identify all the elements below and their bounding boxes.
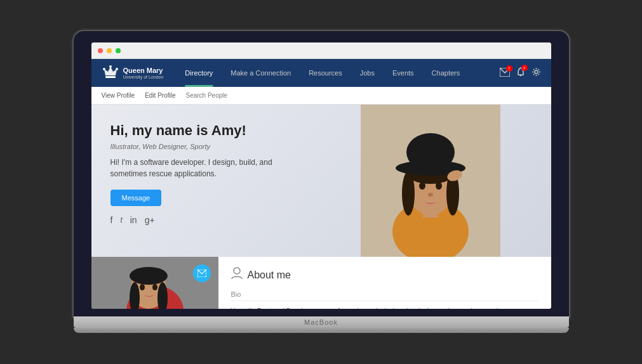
maximize-dot[interactable]	[116, 48, 121, 53]
svg-point-2	[103, 68, 105, 70]
hero-content: Hi, my name is Amy! Illustrator, Web Des…	[91, 105, 307, 243]
profile-card: Amy Doe Illustrator, Web Designer, Sport…	[91, 257, 218, 309]
logo-name: Queen Mary	[123, 67, 164, 75]
svg-rect-1	[105, 76, 116, 78]
edit-profile-link[interactable]: Edit Profile	[145, 91, 175, 100]
svg-point-16	[406, 133, 455, 171]
hero-photo	[361, 105, 500, 257]
minimize-dot[interactable]	[107, 48, 112, 53]
hero-description: Hi! I'm a software developer. I design, …	[110, 157, 288, 179]
googleplus-icon[interactable]: g+	[145, 215, 155, 225]
svg-point-7	[535, 70, 538, 74]
svg-rect-6	[519, 75, 521, 76]
logo-subtitle: University of London	[123, 75, 164, 79]
svg-point-18	[436, 182, 442, 190]
search-input[interactable]	[185, 92, 236, 99]
nav-events[interactable]: Events	[384, 59, 423, 87]
svg-point-17	[419, 182, 425, 190]
hero-subtitle: Illustrator, Web Designer, Sporty	[110, 143, 288, 150]
bio-text: Versatile Front-end Developer years of e…	[231, 306, 538, 309]
sub-navbar: View Profile Edit Profile	[91, 87, 551, 105]
svg-point-25	[130, 267, 168, 285]
nav-resources[interactable]: Resources	[300, 59, 351, 87]
laptop-screen: Queen Mary University of London Director…	[91, 42, 551, 309]
email-icon-btn[interactable]: 7	[500, 68, 510, 79]
notification-icon-btn[interactable]: 3	[516, 67, 525, 79]
crown-icon	[102, 64, 119, 82]
cards-row: Amy Doe Illustrator, Web Designer, Sport…	[91, 257, 551, 309]
svg-point-19	[428, 193, 433, 197]
nav-jobs[interactable]: Jobs	[351, 59, 384, 87]
svg-point-13	[402, 171, 415, 216]
email-button[interactable]	[193, 264, 211, 282]
twitter-icon[interactable]: t	[120, 216, 122, 224]
site-content: Queen Mary University of London Director…	[91, 59, 551, 309]
nav-connection[interactable]: Make a Connection	[222, 59, 300, 87]
navbar: Queen Mary University of London Director…	[91, 59, 551, 87]
nav-links: Directory Make a Connection Resources Jo…	[176, 59, 499, 87]
close-dot[interactable]	[98, 48, 103, 53]
hero-woman-image	[361, 105, 500, 257]
nav-directory[interactable]: Directory	[176, 59, 222, 87]
view-profile-link[interactable]: View Profile	[102, 91, 135, 100]
hero-section: Hi, my name is Amy! Illustrator, Web Des…	[91, 105, 551, 257]
notif-badge: 3	[521, 65, 528, 71]
svg-point-28	[140, 284, 145, 290]
social-links: f t in g+	[110, 215, 288, 225]
nav-chapters[interactable]: Chapters	[423, 59, 469, 87]
svg-point-31	[234, 268, 240, 274]
hero-title: Hi, my name is Amy!	[110, 122, 288, 139]
svg-point-3	[109, 65, 112, 68]
about-card: About me Bio Versatile Front-end Develop…	[218, 257, 551, 309]
laptop-bezel: Queen Mary University of London Director…	[74, 31, 569, 316]
logo[interactable]: Queen Mary University of London	[102, 64, 164, 82]
about-header: About me	[231, 267, 538, 283]
person-icon	[231, 267, 243, 283]
svg-point-29	[152, 284, 157, 290]
laptop-base	[74, 316, 569, 328]
svg-marker-0	[104, 67, 117, 75]
navbar-icons: 7 3	[500, 67, 541, 79]
message-button[interactable]: Message	[110, 190, 162, 206]
browser-chrome	[91, 42, 551, 59]
bio-label: Bio	[231, 290, 538, 301]
settings-icon-btn[interactable]	[532, 67, 541, 79]
facebook-icon[interactable]: f	[110, 215, 113, 225]
linkedin-icon[interactable]: in	[130, 215, 137, 225]
email-badge: 7	[506, 65, 512, 72]
svg-point-4	[116, 68, 118, 70]
laptop-frame: Queen Mary University of London Director…	[74, 31, 569, 333]
laptop-bottom	[74, 328, 569, 333]
about-title: About me	[248, 270, 291, 281]
